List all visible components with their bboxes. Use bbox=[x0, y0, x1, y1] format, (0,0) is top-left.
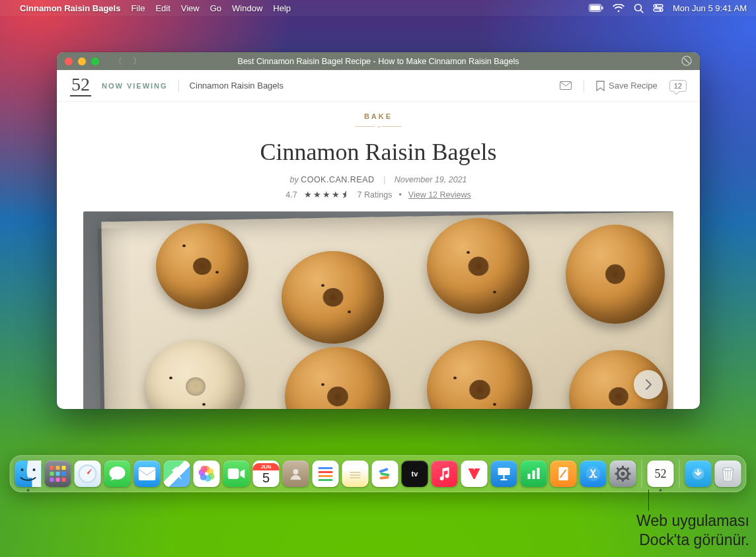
page-content: BAKE ◦◦ Cinnamon Raisin Bagels by COOK.C… bbox=[57, 102, 700, 409]
calendar-day: 5 bbox=[262, 471, 270, 484]
dock-webapp-52[interactable]: 52 bbox=[648, 461, 674, 487]
menu-help[interactable]: Help bbox=[273, 3, 291, 13]
control-center-icon[interactable] bbox=[653, 3, 663, 13]
window-zoom-button[interactable] bbox=[91, 57, 99, 65]
dock-tv[interactable]: tv bbox=[402, 461, 428, 487]
menu-file[interactable]: File bbox=[131, 3, 145, 13]
svg-rect-22 bbox=[504, 475, 505, 479]
dock-system-settings[interactable] bbox=[610, 461, 636, 487]
dock-freeform[interactable] bbox=[372, 461, 398, 487]
svg-line-10 bbox=[684, 58, 689, 63]
calendar-month: JUN bbox=[253, 463, 280, 470]
svg-point-8 bbox=[659, 9, 661, 11]
dock-separator bbox=[679, 459, 680, 488]
dock-numbers[interactable] bbox=[521, 461, 547, 487]
menu-window[interactable]: Window bbox=[232, 3, 262, 13]
svg-rect-15 bbox=[139, 467, 156, 480]
svg-point-40 bbox=[723, 468, 734, 471]
svg-rect-16 bbox=[228, 468, 239, 479]
svg-point-6 bbox=[655, 5, 657, 7]
view-reviews-link[interactable]: View 12 Reviews bbox=[408, 190, 471, 200]
rating-value: 4.7 bbox=[285, 190, 297, 200]
window-close-button[interactable] bbox=[65, 57, 73, 65]
byline: by COOK.CAN.READ | November 19, 2021 bbox=[57, 175, 700, 184]
svg-rect-23 bbox=[501, 479, 508, 480]
dock-photos[interactable] bbox=[194, 461, 220, 487]
window-title: Best Cinnamon Raisin Bagel Recipe - How … bbox=[57, 57, 700, 66]
hero-image bbox=[83, 211, 673, 409]
dock-finder[interactable] bbox=[15, 461, 42, 487]
dock-keynote[interactable] bbox=[491, 461, 517, 487]
dock-reminders[interactable] bbox=[313, 461, 339, 487]
menu-clock[interactable]: Mon Jun 5 9:41 AM bbox=[673, 3, 747, 13]
svg-point-13 bbox=[21, 468, 24, 471]
svg-rect-24 bbox=[528, 474, 531, 479]
svg-rect-2 bbox=[601, 7, 603, 10]
dock-news[interactable] bbox=[461, 461, 488, 487]
reader-mode-icon[interactable] bbox=[681, 56, 692, 66]
svg-rect-25 bbox=[533, 470, 535, 479]
dock-safari[interactable] bbox=[75, 461, 101, 487]
battery-icon[interactable] bbox=[589, 4, 603, 12]
dock-launchpad[interactable] bbox=[45, 461, 71, 487]
dock-messages[interactable] bbox=[104, 461, 131, 487]
divider bbox=[584, 79, 584, 93]
window-titlebar[interactable]: 〈 〉 Best Cinnamon Raisin Bagel Recipe - … bbox=[57, 52, 700, 70]
wifi-icon[interactable] bbox=[613, 4, 624, 13]
breadcrumb[interactable]: Cinnamon Raisin Bagels bbox=[190, 81, 284, 91]
svg-rect-5 bbox=[654, 5, 663, 7]
svg-point-30 bbox=[621, 472, 625, 476]
site-logo[interactable]: 52 bbox=[70, 75, 91, 96]
dock-calendar[interactable]: JUN 5 bbox=[253, 461, 280, 487]
svg-line-38 bbox=[617, 478, 619, 480]
recipe-title: Cinnamon Raisin Bagels bbox=[57, 138, 700, 166]
author-link[interactable]: COOK.CAN.READ bbox=[301, 175, 374, 184]
dock-appstore[interactable] bbox=[580, 461, 607, 487]
dock: JUN 5 tv bbox=[10, 455, 747, 492]
dock-separator bbox=[642, 459, 642, 488]
svg-point-17 bbox=[293, 469, 299, 474]
app-menu[interactable]: Cinnamon Raisin Bagels bbox=[20, 3, 120, 13]
webapp-window: 〈 〉 Best Cinnamon Raisin Bagel Recipe - … bbox=[57, 52, 700, 409]
rating-count: 7 Ratings bbox=[358, 190, 393, 200]
svg-point-14 bbox=[33, 468, 36, 471]
publish-date: November 19, 2021 bbox=[395, 175, 467, 184]
spotlight-icon[interactable] bbox=[634, 3, 644, 13]
kicker-ornament: ◦◦ bbox=[57, 123, 700, 130]
category-kicker[interactable]: BAKE bbox=[57, 112, 700, 120]
menu-go[interactable]: Go bbox=[210, 3, 221, 13]
dock-contacts[interactable] bbox=[283, 461, 309, 487]
svg-rect-1 bbox=[590, 5, 600, 11]
comment-count-badge[interactable]: 12 bbox=[669, 80, 687, 92]
by-label: by bbox=[289, 175, 298, 184]
menu-view[interactable]: View bbox=[181, 3, 200, 13]
email-button[interactable] bbox=[560, 81, 572, 90]
svg-rect-26 bbox=[537, 468, 540, 479]
callout-text: Web uygulamasıDock'ta görünür. bbox=[511, 511, 749, 550]
svg-rect-7 bbox=[654, 9, 663, 11]
dock-pages[interactable] bbox=[550, 461, 577, 487]
svg-line-37 bbox=[627, 468, 629, 470]
divider bbox=[178, 79, 179, 93]
save-recipe-label: Save Recipe bbox=[609, 81, 658, 91]
dock-downloads[interactable] bbox=[685, 461, 712, 487]
callout-leader-line bbox=[648, 490, 649, 511]
nav-back-button[interactable]: 〈 bbox=[114, 56, 122, 67]
now-viewing-label: NOW VIEWING bbox=[102, 82, 168, 90]
dock-facetime[interactable] bbox=[223, 461, 250, 487]
dock-notes[interactable] bbox=[342, 461, 369, 487]
dock-mail[interactable] bbox=[134, 461, 161, 487]
dock-maps[interactable] bbox=[164, 461, 190, 487]
nav-forward-button[interactable]: 〉 bbox=[133, 56, 141, 67]
save-recipe-button[interactable]: Save Recipe bbox=[596, 81, 658, 91]
next-image-button[interactable] bbox=[634, 370, 663, 399]
window-minimize-button[interactable] bbox=[78, 57, 86, 65]
dock-music[interactable] bbox=[432, 461, 458, 487]
svg-rect-21 bbox=[498, 468, 510, 475]
menu-bar: Cinnamon Raisin Bagels File Edit View Go… bbox=[0, 0, 756, 16]
svg-line-36 bbox=[627, 478, 629, 480]
dock-trash[interactable] bbox=[715, 461, 741, 487]
page-toolbar: 52 NOW VIEWING Cinnamon Raisin Bagels Sa… bbox=[57, 70, 700, 102]
dock-webapp-label: 52 bbox=[655, 467, 667, 481]
menu-edit[interactable]: Edit bbox=[155, 3, 170, 13]
